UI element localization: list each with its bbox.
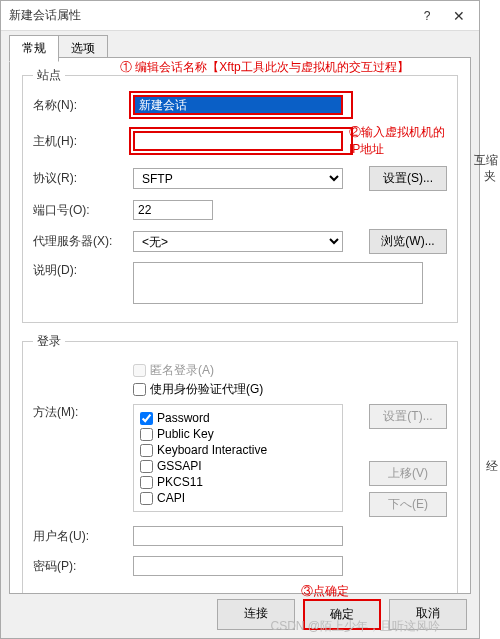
method-password[interactable]: Password xyxy=(140,411,336,425)
pass-input[interactable] xyxy=(133,556,343,576)
login-group: 登录 匿名登录(A) 使用身份验证代理(G) 方法(M): Password P… xyxy=(22,333,458,594)
agent-checkbox-row[interactable]: 使用身份验证代理(G) xyxy=(133,381,447,398)
tab-general[interactable]: 常规 xyxy=(9,35,59,62)
name-input[interactable]: 新建会话 xyxy=(133,95,343,115)
dialog-window: 新建会话属性 ? ✕ 常规 选项 ① 编辑会话名称【Xftp工具此次与虚拟机的交… xyxy=(0,0,480,639)
desc-textarea[interactable] xyxy=(133,262,423,304)
watermark: CSDN @陌上少年，且听这风吟 xyxy=(270,618,440,635)
anon-checkbox xyxy=(133,364,146,377)
close-button[interactable]: ✕ xyxy=(439,1,479,31)
side-text-2: 夹 xyxy=(484,168,496,185)
annotation-3: ③点确定 xyxy=(301,583,349,600)
pass-label: 密码(P): xyxy=(33,558,133,575)
agent-checkbox[interactable] xyxy=(133,383,146,396)
method-settings-button: 设置(T)... xyxy=(369,404,447,429)
anon-checkbox-row: 匿名登录(A) xyxy=(133,362,447,379)
side-text-3: 经 xyxy=(486,458,498,475)
proxy-browse-button[interactable]: 浏览(W)... xyxy=(369,229,447,254)
desc-label: 说明(D): xyxy=(33,262,133,279)
user-label: 用户名(U): xyxy=(33,528,133,545)
window-title: 新建会话属性 xyxy=(9,7,407,24)
proxy-select[interactable]: <无> xyxy=(133,231,343,252)
side-text-1: 互缩 xyxy=(474,152,498,169)
methods-list: Password Public Key Keyboard Interactive… xyxy=(133,404,343,512)
name-label: 名称(N): xyxy=(33,97,133,114)
host-input[interactable] xyxy=(133,131,343,151)
tab-panel: ① 编辑会话名称【Xftp工具此次与虚拟机的交互过程】 站点 名称(N): 新建… xyxy=(9,57,471,594)
user-input[interactable] xyxy=(133,526,343,546)
site-legend: 站点 xyxy=(33,67,65,84)
annotation-2: ②输入虚拟机机的IP地址 xyxy=(349,124,447,158)
login-legend: 登录 xyxy=(33,333,65,350)
host-label: 主机(H): xyxy=(33,133,133,150)
method-keyboard[interactable]: Keyboard Interactive xyxy=(140,443,336,457)
protocol-select[interactable]: SFTP xyxy=(133,168,343,189)
protocol-label: 协议(R): xyxy=(33,170,133,187)
port-label: 端口号(O): xyxy=(33,202,133,219)
method-up-button: 上移(V) xyxy=(369,461,447,486)
site-group: 站点 名称(N): 新建会话 主机(H): ②输入虚拟机机的IP地址 协议(R)… xyxy=(22,67,458,323)
method-down-button: 下へ(E) xyxy=(369,492,447,517)
method-pkcs11[interactable]: PKCS11 xyxy=(140,475,336,489)
protocol-settings-button[interactable]: 设置(S)... xyxy=(369,166,447,191)
titlebar: 新建会话属性 ? ✕ xyxy=(1,1,479,31)
proxy-label: 代理服务器(X): xyxy=(33,233,133,250)
method-gssapi[interactable]: GSSAPI xyxy=(140,459,336,473)
method-label: 方法(M): xyxy=(33,404,133,421)
method-capi[interactable]: CAPI xyxy=(140,491,336,505)
method-publickey[interactable]: Public Key xyxy=(140,427,336,441)
port-input[interactable] xyxy=(133,200,213,220)
